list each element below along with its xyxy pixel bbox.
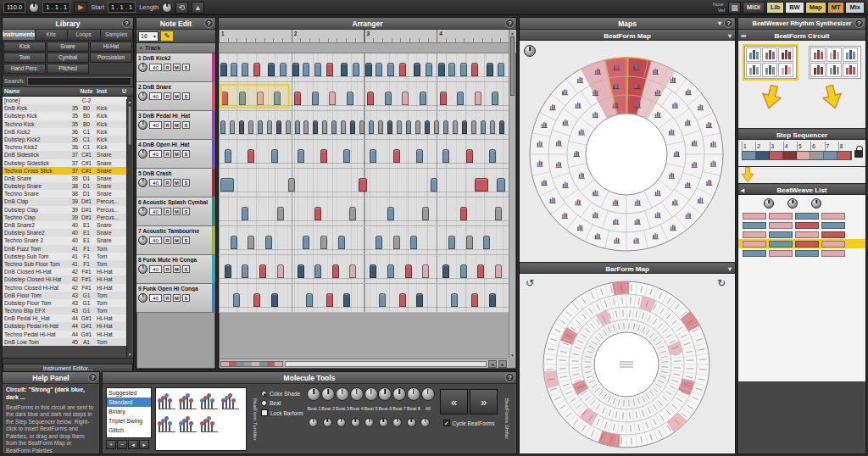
note-event[interactable]: [286, 120, 291, 134]
beatform-map-bar[interactable]: BeatForm Map ▾: [520, 30, 735, 41]
note-event[interactable]: [431, 178, 437, 192]
note-event[interactable]: [298, 264, 304, 278]
beatweave-list-bar[interactable]: ◂ BeatWeave List: [738, 184, 865, 195]
track-value[interactable]: 40: [149, 179, 162, 186]
all-knob[interactable]: [421, 387, 435, 401]
note-event[interactable]: [422, 207, 429, 220]
step-segment[interactable]: [824, 152, 837, 159]
note-event[interactable]: [341, 63, 348, 76]
beatweave-row[interactable]: [738, 220, 865, 230]
category-cymbal[interactable]: Cymbal: [47, 53, 89, 63]
help-icon[interactable]: ?: [122, 19, 131, 28]
table-row[interactable]: Techno Cross Stick37C#1Snare: [3, 167, 127, 175]
table-row[interactable]: DnB Snare38D1Snare: [3, 175, 127, 182]
note-event[interactable]: [489, 149, 496, 163]
checkbox-icon[interactable]: ✓: [443, 420, 450, 426]
beatform-glyph[interactable]: [180, 391, 197, 409]
track-knob[interactable]: [138, 63, 147, 72]
note-event[interactable]: [367, 92, 374, 105]
arranger-grid[interactable]: [219, 53, 509, 313]
note-event[interactable]: [303, 63, 309, 76]
note-event[interactable]: [326, 63, 333, 76]
beatform-cell[interactable]: [778, 63, 793, 77]
note-event[interactable]: [265, 236, 272, 249]
note-event[interactable]: [438, 63, 445, 76]
note-event[interactable]: [490, 120, 495, 134]
table-row[interactable]: Techno Kick35B0Kick: [3, 120, 127, 128]
tab-instruments[interactable]: Instruments: [3, 30, 36, 40]
piano-icon[interactable]: ▦: [728, 2, 741, 14]
note-event[interactable]: [462, 120, 467, 134]
remove-item-icon[interactable]: −: [117, 440, 127, 449]
shift-next-button[interactable]: »: [470, 389, 498, 414]
table-row[interactable]: Techno Blip EFX43G1Tom: [3, 307, 127, 314]
beat-knob[interactable]: Beat 3: [336, 387, 350, 411]
help-icon[interactable]: ?: [505, 19, 515, 28]
note-event[interactable]: [353, 63, 359, 76]
track-r-button[interactable]: R: [164, 179, 171, 186]
tempo-display[interactable]: 110.0: [3, 2, 25, 13]
map-rotate-knob[interactable]: [524, 45, 536, 57]
arranger-row[interactable]: [219, 169, 509, 197]
note-event[interactable]: [313, 120, 318, 134]
note-event[interactable]: [434, 120, 439, 134]
note-event[interactable]: [312, 92, 319, 105]
mini-knob[interactable]: [392, 418, 402, 427]
beatform-cell[interactable]: [746, 63, 761, 77]
note-event[interactable]: [397, 120, 402, 134]
arranger-row[interactable]: [219, 111, 509, 140]
track-knob[interactable]: [138, 293, 147, 303]
beatform-cell[interactable]: [762, 47, 777, 62]
track-r-button[interactable]: R: [164, 92, 171, 100]
table-row[interactable]: Dubstep Sidestick37C#1Snare: [3, 159, 127, 167]
track-knob[interactable]: [138, 264, 147, 274]
mini-knob[interactable]: [379, 418, 388, 427]
note-event[interactable]: [489, 293, 496, 307]
mini-knob[interactable]: [364, 418, 374, 427]
note-event[interactable]: [306, 293, 313, 307]
beat-knob[interactable]: Beat 4: [349, 387, 364, 411]
table-row[interactable]: Techno Snare 240E1Snare: [3, 236, 127, 244]
table-row[interactable]: Techno Closed Hi-Hat42F#1Hi-Hat: [3, 284, 127, 292]
step-segment[interactable]: [743, 152, 756, 159]
mini-knob[interactable]: [323, 418, 332, 427]
arranger-row[interactable]: [219, 197, 509, 226]
beatform-glyph[interactable]: [159, 391, 175, 409]
note-event[interactable]: [303, 236, 309, 249]
note-event[interactable]: [332, 264, 339, 278]
lock-icon[interactable]: [854, 150, 863, 158]
beatform-circuit-bar[interactable]: ∞ BeatForm Circuit: [738, 30, 865, 41]
track-knob[interactable]: [138, 149, 147, 158]
scroll-down-icon[interactable]: ▼: [509, 353, 515, 358]
track-strip[interactable]: 7 Acoustic Tambourine40RMS: [136, 226, 215, 255]
list-item[interactable]: Standard: [107, 398, 151, 407]
loop-icon[interactable]: ⟲: [175, 2, 188, 14]
note-event[interactable]: [410, 236, 417, 249]
note-event[interactable]: [385, 92, 392, 105]
track-m-button[interactable]: M: [173, 265, 181, 273]
note-event[interactable]: [399, 63, 406, 76]
note-event[interactable]: [343, 293, 350, 307]
table-row[interactable]: Dubstep Floor Tom43G1Tom: [3, 299, 127, 307]
scroll-down-icon[interactable]: ▼: [127, 352, 132, 357]
note-event[interactable]: [303, 120, 309, 134]
note-event[interactable]: [359, 120, 364, 134]
note-event[interactable]: [481, 120, 486, 134]
add-item-icon[interactable]: +: [106, 440, 116, 449]
note-event[interactable]: [349, 207, 356, 220]
track-s-button[interactable]: S: [182, 92, 190, 100]
note-event[interactable]: [268, 63, 275, 76]
panel-button-bw[interactable]: BW: [785, 2, 804, 14]
note-event[interactable]: [276, 120, 281, 134]
note-event[interactable]: [271, 149, 278, 163]
note-event[interactable]: [495, 207, 502, 220]
track-value[interactable]: 40: [149, 294, 162, 302]
track-value[interactable]: 40: [149, 265, 162, 273]
metronome-icon[interactable]: ▲: [192, 2, 204, 14]
track-s-button[interactable]: S: [182, 294, 190, 302]
beatform-glyph[interactable]: [222, 391, 239, 409]
beatweave-row[interactable]: [738, 230, 865, 239]
note-event[interactable]: [294, 92, 301, 105]
note-event[interactable]: [231, 236, 237, 249]
note-event[interactable]: [277, 264, 284, 278]
